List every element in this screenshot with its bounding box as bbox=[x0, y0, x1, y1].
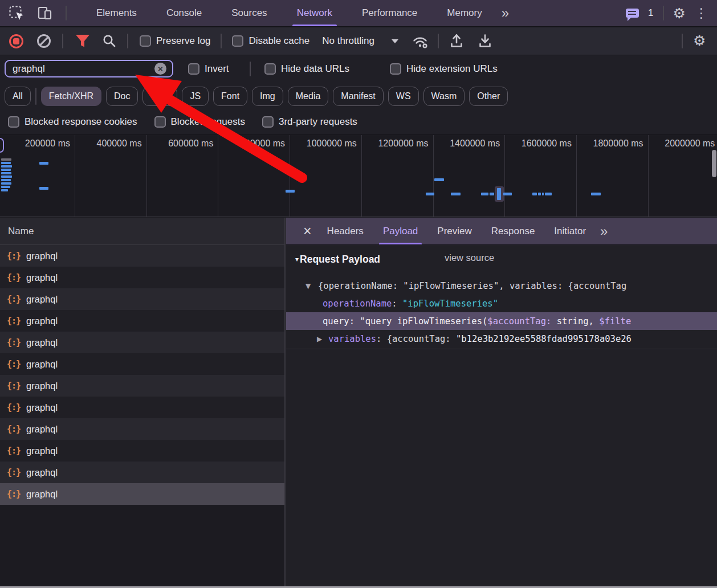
request-row[interactable]: {:}graphql bbox=[0, 483, 284, 505]
detail-tab-initiator[interactable]: Initiator bbox=[544, 218, 596, 244]
request-name: graphql bbox=[26, 359, 58, 370]
waterfall-bar bbox=[490, 193, 494, 195]
toolbar-separator-2 bbox=[127, 34, 128, 48]
tab-elements[interactable]: Elements bbox=[82, 0, 152, 26]
disable-cache-checkbox[interactable] bbox=[232, 35, 243, 47]
timeline-tick-label: 2000000 ms bbox=[639, 138, 715, 149]
waterfall-bar bbox=[503, 193, 512, 195]
payload-line[interactable]: ▶variables: {accountTag: "b12e3b2192ee55… bbox=[286, 330, 717, 348]
payload-line[interactable]: ▼{operationName: "ipFlowTimeseries", var… bbox=[286, 277, 717, 295]
tree-toggle-icon[interactable]: ▼ bbox=[305, 282, 311, 290]
issues-message-icon[interactable] bbox=[626, 9, 639, 18]
search-icon[interactable] bbox=[102, 34, 117, 48]
filter-chip-img[interactable]: Img bbox=[252, 87, 283, 106]
filter-chip-font[interactable]: Font bbox=[213, 87, 247, 106]
filter-input[interactable]: graphql × bbox=[5, 60, 173, 77]
device-toolbar-icon[interactable] bbox=[37, 5, 53, 21]
request-row[interactable]: {:}graphql bbox=[0, 440, 284, 462]
request-name: graphql bbox=[26, 381, 58, 391]
request-row[interactable]: {:}graphql bbox=[0, 332, 284, 353]
filter-chip-css[interactable]: CSS bbox=[142, 87, 177, 106]
filter-chip-other[interactable]: Other bbox=[469, 87, 508, 106]
network-settings-gear-icon[interactable]: ⚙ bbox=[693, 34, 706, 48]
detail-tab-payload[interactable]: Payload bbox=[373, 218, 427, 244]
payload-text: {operationName: "ipFlowTimeseries", vari… bbox=[318, 281, 626, 291]
overview-scrollbar-thumb[interactable] bbox=[712, 150, 716, 177]
request-row[interactable]: {:}graphql bbox=[0, 397, 284, 418]
devtools-tabs: ElementsConsoleSourcesNetworkPerformance… bbox=[82, 0, 497, 26]
waterfall-bar bbox=[1, 179, 11, 181]
filter-chip-manifest[interactable]: Manifest bbox=[333, 87, 383, 106]
payload-line[interactable]: operationName: "ipFlowTimeseries" bbox=[286, 295, 717, 312]
name-column-header-label: Name bbox=[8, 226, 34, 237]
kebab-menu-icon[interactable]: ⋮ bbox=[695, 7, 708, 20]
devtools-window: ElementsConsoleSourcesNetworkPerformance… bbox=[0, 0, 717, 588]
import-har-icon[interactable] bbox=[448, 33, 465, 49]
tab-performance[interactable]: Performance bbox=[347, 0, 432, 26]
throttling-select[interactable]: No throttling bbox=[322, 35, 374, 47]
json-icon: {:} bbox=[7, 251, 21, 261]
detail-more-tabs-icon[interactable]: » bbox=[596, 223, 611, 239]
filter-chip-fetchxhr[interactable]: Fetch/XHR bbox=[41, 87, 101, 106]
request-row[interactable]: {:}graphql bbox=[0, 245, 284, 267]
request-row[interactable]: {:}graphql bbox=[0, 310, 284, 332]
name-column-header[interactable]: Name bbox=[0, 218, 284, 245]
hide-data-urls-checkbox[interactable] bbox=[264, 63, 276, 75]
tab-sources[interactable]: Sources bbox=[217, 0, 282, 26]
request-list-pane: Name {:}graphql{:}graphql{:}graphql{:}gr… bbox=[0, 218, 286, 588]
network-overview-timeline[interactable]: 200000 ms400000 ms600000 ms800000 ms1000… bbox=[0, 134, 717, 217]
filter-funnel-icon[interactable] bbox=[75, 34, 91, 48]
tree-toggle-icon[interactable]: ▶ bbox=[317, 335, 322, 343]
overview-left-handle[interactable] bbox=[0, 138, 4, 153]
clear-filter-icon[interactable]: × bbox=[154, 63, 166, 75]
view-source-link[interactable]: view source bbox=[445, 252, 494, 263]
request-row[interactable]: {:}graphql bbox=[0, 418, 284, 440]
timeline-tick-label: 1600000 ms bbox=[496, 138, 572, 149]
blocked-response-cookies-checkbox[interactable] bbox=[8, 116, 19, 128]
record-network-log-button[interactable] bbox=[9, 34, 23, 48]
tab-network[interactable]: Network bbox=[282, 0, 347, 26]
detail-tab-preview[interactable]: Preview bbox=[427, 218, 481, 244]
filter-chip-media[interactable]: Media bbox=[288, 87, 329, 106]
waterfall-bar bbox=[545, 193, 552, 195]
settings-gear-icon[interactable]: ⚙ bbox=[673, 6, 686, 21]
payload-text: $accountTag: bbox=[487, 316, 551, 326]
more-tabs-icon[interactable]: » bbox=[497, 5, 512, 21]
filter-chip-ws[interactable]: WS bbox=[388, 87, 419, 106]
hide-data-urls-label: Hide data URLs bbox=[281, 63, 349, 75]
payload-collapse-icon[interactable]: ▾ bbox=[295, 255, 299, 263]
request-payload-header[interactable]: ▾ Request Payload view source bbox=[286, 251, 380, 268]
filter-chip-doc[interactable]: Doc bbox=[106, 87, 138, 106]
close-details-icon[interactable]: × bbox=[298, 224, 317, 238]
inspect-element-icon[interactable] bbox=[9, 6, 25, 21]
invert-checkbox[interactable] bbox=[188, 63, 199, 75]
tab-memory[interactable]: Memory bbox=[432, 0, 496, 26]
request-row[interactable]: {:}graphql bbox=[0, 353, 284, 375]
export-har-icon[interactable] bbox=[476, 33, 494, 49]
blocked-requests-checkbox[interactable] bbox=[154, 116, 166, 128]
throttling-caret-icon[interactable] bbox=[392, 39, 398, 43]
filter-chip-wasm[interactable]: Wasm bbox=[423, 87, 465, 106]
json-icon: {:} bbox=[7, 424, 21, 434]
waterfall-bar bbox=[1, 158, 11, 161]
filter-chip-js[interactable]: JS bbox=[182, 87, 209, 106]
clear-network-log-icon[interactable] bbox=[37, 34, 51, 48]
json-icon: {:} bbox=[7, 381, 21, 391]
detail-tab-headers[interactable]: Headers bbox=[317, 218, 373, 244]
payload-line[interactable]: query: "query ipFlowTimeseries($accountT… bbox=[286, 312, 717, 330]
request-row[interactable]: {:}graphql bbox=[0, 288, 284, 310]
request-row[interactable]: {:}graphql bbox=[0, 267, 284, 288]
detail-tab-response[interactable]: Response bbox=[482, 218, 545, 244]
hide-extension-urls-checkbox[interactable] bbox=[390, 63, 401, 75]
filter-chip-all[interactable]: All bbox=[5, 87, 31, 106]
request-row[interactable]: {:}graphql bbox=[0, 375, 284, 397]
json-icon: {:} bbox=[7, 446, 21, 456]
waterfall-bar bbox=[532, 193, 537, 195]
network-conditions-icon[interactable] bbox=[412, 34, 429, 49]
tab-console[interactable]: Console bbox=[152, 0, 217, 26]
request-row[interactable]: {:}graphql bbox=[0, 462, 284, 483]
third-party-requests-checkbox[interactable] bbox=[262, 116, 274, 128]
preserve-log-checkbox[interactable] bbox=[140, 35, 151, 47]
invert-label: Invert bbox=[205, 63, 229, 75]
waterfall-bar bbox=[1, 162, 11, 164]
